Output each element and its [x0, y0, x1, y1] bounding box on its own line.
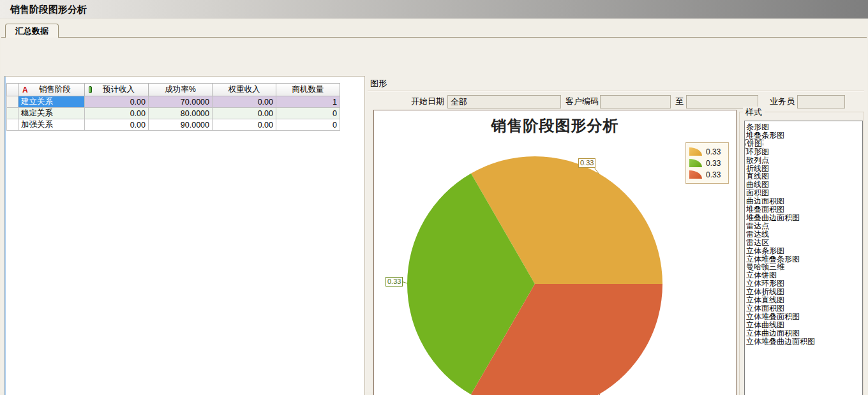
- style-item[interactable]: 雷达线: [746, 230, 862, 239]
- style-item[interactable]: 雷达区: [746, 239, 862, 247]
- style-item[interactable]: 立体直线图: [746, 296, 862, 304]
- legend-item: 0.33: [689, 158, 725, 168]
- style-item[interactable]: 堆叠曲边面积图: [746, 214, 862, 222]
- graph-group-label: 图形: [370, 78, 387, 89]
- legend-item: 0.33: [689, 169, 725, 180]
- legend-label: 0.33: [706, 170, 721, 179]
- style-item[interactable]: 堆叠条形图: [746, 131, 862, 140]
- style-item[interactable]: 雷达点: [746, 222, 862, 230]
- content-area: A 销售阶段 预计收入 成功率% 权重收入 商机数量 建立关系 0.00: [1, 37, 867, 392]
- style-item[interactable]: 立体曲线图: [746, 321, 862, 329]
- table-header-row: A 销售阶段 预计收入 成功率% 权重收入 商机数量: [7, 84, 340, 96]
- legend-swatch-orange-icon: [689, 147, 702, 156]
- row-header-cell[interactable]: [7, 119, 19, 131]
- filter-row: 开始日期 客户编码 至 业务员: [366, 95, 867, 109]
- cell-weighted[interactable]: 0.00: [213, 119, 276, 131]
- style-item[interactable]: 散列点: [746, 156, 862, 165]
- tab-label: 汇总数据: [15, 26, 49, 36]
- start-date-label: 开始日期: [410, 95, 444, 108]
- to-label: 至: [675, 95, 685, 108]
- cell-success[interactable]: 80.0000: [149, 108, 213, 119]
- chart-legend: 0.33 0.33 0.33: [685, 142, 729, 184]
- sort-a-icon: A: [21, 86, 28, 94]
- cell-count[interactable]: 0: [276, 108, 340, 119]
- style-item-selected[interactable]: 饼图: [746, 140, 763, 148]
- legend-label: 0.33: [706, 147, 721, 156]
- cell-count[interactable]: 1: [276, 96, 340, 108]
- col-header-weighted[interactable]: 权重收入: [213, 84, 276, 96]
- cell-stage[interactable]: 加强关系: [19, 119, 85, 131]
- legend-label: 0.33: [706, 159, 721, 168]
- salesman-label: 业务员: [768, 95, 795, 108]
- style-item[interactable]: 立体条形图: [746, 247, 862, 255]
- pie-chart: [374, 110, 737, 395]
- start-date-input[interactable]: [447, 95, 561, 108]
- title-bar: 销售阶段图形分析: [0, 0, 868, 19]
- styles-list: 条形图 堆叠条形图 饼图 环形图 散列点 折线图 直线图 曲线图 面积图 曲边面…: [744, 121, 863, 395]
- style-item[interactable]: 条形图: [746, 123, 862, 131]
- styles-group-label: 样式: [743, 107, 765, 118]
- customer-code-input[interactable]: [600, 95, 671, 108]
- row-header-cell[interactable]: [7, 96, 19, 108]
- col-header-success[interactable]: 成功率%: [149, 84, 213, 96]
- data-label-orange: 0.33: [578, 158, 595, 168]
- chart-area: 销售阶段图形分析 0.33 0.33 0.33 0.33: [373, 110, 737, 395]
- cell-weighted[interactable]: 0.00: [213, 108, 276, 119]
- cell-expected[interactable]: 0.00: [85, 108, 149, 119]
- graph-group-separator: [368, 91, 864, 92]
- style-item[interactable]: 立体面积图: [746, 304, 862, 313]
- legend-swatch-red-icon: [689, 170, 702, 179]
- legend-swatch-green-icon: [689, 159, 702, 167]
- data-label-green: 0.33: [385, 277, 403, 287]
- col-header-count[interactable]: 商机数量: [276, 84, 340, 96]
- cell-expected[interactable]: 0.00: [85, 119, 149, 131]
- style-item[interactable]: 立体曲边面积图: [746, 329, 862, 338]
- style-item[interactable]: 立体堆叠曲边面积图: [746, 338, 862, 346]
- cell-expected[interactable]: 0.00: [85, 96, 149, 108]
- page-title: 销售阶段图形分析: [10, 4, 87, 16]
- summary-table-panel: A 销售阶段 预计收入 成功率% 权重收入 商机数量 建立关系 0.00: [4, 76, 365, 395]
- legend-item: 0.33: [689, 146, 725, 157]
- style-item[interactable]: 立体堆叠面积图: [746, 313, 862, 321]
- tab-summary-data[interactable]: 汇总数据: [5, 24, 59, 38]
- col-header-stage[interactable]: A 销售阶段: [19, 84, 85, 96]
- cell-stage[interactable]: 稳定关系: [19, 108, 85, 119]
- graph-panel: 图形 开始日期 客户编码 至 业务员 销售阶段图形分析: [366, 76, 867, 395]
- sales-stage-table: A 销售阶段 预计收入 成功率% 权重收入 商机数量 建立关系 0.00: [6, 83, 340, 131]
- table-row[interactable]: 加强关系 0.00 90.0000 0.00 0: [7, 119, 340, 131]
- cell-stage[interactable]: 建立关系: [19, 96, 85, 108]
- col-header-expected[interactable]: 预计收入: [85, 84, 149, 96]
- style-item[interactable]: 环形图: [746, 148, 862, 156]
- table-row[interactable]: 稳定关系 0.00 80.0000 0.00 0: [7, 108, 340, 119]
- cell-count[interactable]: 0: [276, 119, 340, 131]
- row-header-corner: [7, 84, 19, 96]
- table-row-selected[interactable]: 建立关系 0.00 70.0000 0.00 1: [7, 96, 340, 108]
- cell-weighted[interactable]: 0.00: [213, 96, 276, 108]
- cell-success[interactable]: 90.0000: [149, 119, 213, 131]
- salesman-input[interactable]: [797, 95, 845, 108]
- cell-success[interactable]: 70.0000: [149, 96, 213, 108]
- row-header-cell[interactable]: [7, 108, 19, 119]
- customer-code-label: 客户编码: [564, 95, 599, 108]
